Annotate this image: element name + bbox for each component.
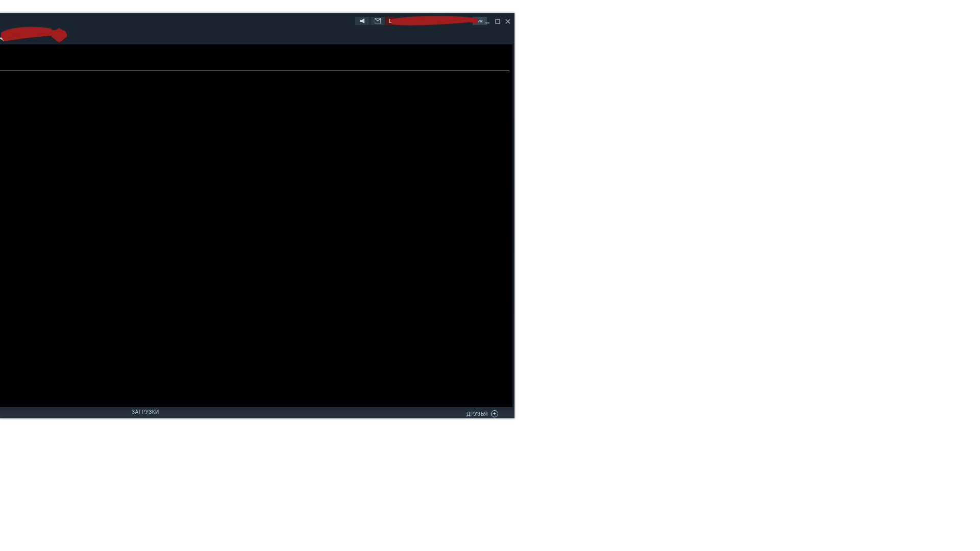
inbox-button[interactable]	[371, 17, 385, 25]
svg-rect-2	[496, 19, 500, 23]
announcements-button[interactable]	[355, 17, 370, 25]
maximize-button[interactable]	[494, 18, 501, 25]
footer-bar: ЗАГРУЗКИ ДРУЗЬЯ +	[0, 407, 514, 418]
friends-label: ДРУЗЬЯ	[467, 411, 488, 417]
add-friend-icon[interactable]: +	[491, 410, 498, 417]
close-button[interactable]	[504, 18, 511, 25]
header-zone: L VR	[0, 13, 514, 44]
user-name-area[interactable]	[395, 17, 472, 25]
downloads-link[interactable]: ЗАГРУЗКИ	[132, 409, 159, 415]
window-controls	[484, 18, 511, 25]
friends-link[interactable]: ДРУЗЬЯ +	[467, 410, 498, 417]
content-area	[0, 44, 512, 407]
minimize-button[interactable]	[484, 18, 491, 25]
svg-marker-0	[0, 35, 4, 41]
user-avatar[interactable]: L	[386, 17, 395, 25]
header-user-cluster: L VR	[354, 17, 487, 25]
content-divider	[0, 70, 509, 70]
steam-client-window: L VR ЗАГРУЗКИ ДРУЗ	[0, 13, 514, 418]
nav-back-arrow[interactable]	[0, 34, 5, 43]
redaction-mark	[1, 26, 67, 43]
